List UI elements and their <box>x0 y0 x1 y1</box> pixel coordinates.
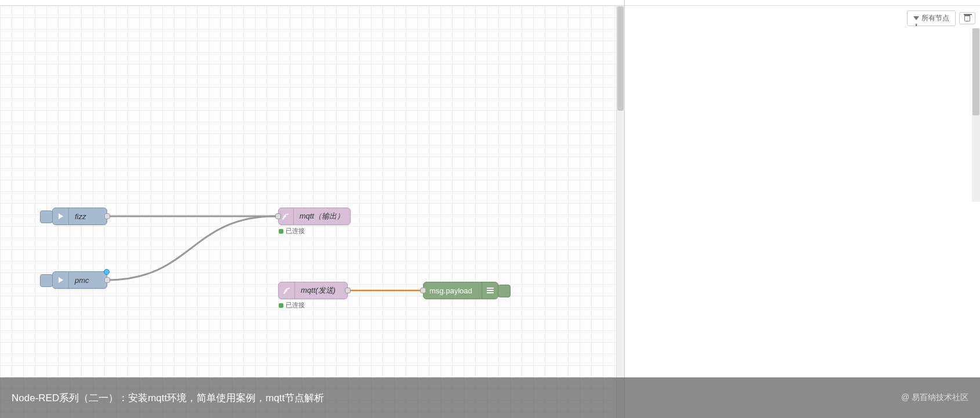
scrollbar-thumb[interactable] <box>972 28 979 115</box>
debug-toggle-button[interactable] <box>498 285 511 297</box>
output-port[interactable] <box>345 288 351 293</box>
node-label: mqtt（输出） <box>294 211 350 221</box>
filter-icon <box>913 16 919 20</box>
input-port[interactable] <box>420 288 426 293</box>
canvas-workspace[interactable]: fizz pmc mqtt（输出） 已连接 <box>0 6 624 418</box>
node-label: pmc <box>69 276 107 285</box>
inject-trigger-button[interactable] <box>40 274 53 287</box>
caption-overlay: Node-RED系列（二一）：安装mqtt环境，简单使用案例，mqtt节点解析 … <box>0 377 980 418</box>
canvas-scrollbar[interactable] <box>616 6 624 418</box>
trash-button[interactable] <box>959 12 975 24</box>
node-label: msg.payload <box>424 286 482 295</box>
watermark-text: @ 易百纳技术社区 <box>901 392 968 403</box>
inject-icon <box>53 272 69 288</box>
sidebar-panel: 所有节点 <box>625 0 980 418</box>
node-inject-pmc[interactable]: pmc <box>52 271 107 289</box>
node-label: mqtt(发送) <box>295 285 347 296</box>
wire-pmc-to-mqtt-out <box>107 216 275 280</box>
node-label: fizz <box>69 212 107 221</box>
status-text: 已连接 <box>286 227 305 235</box>
mqtt-icon <box>279 282 295 299</box>
scrollbar-thumb[interactable] <box>617 6 624 111</box>
node-mqtt-out[interactable]: mqtt（输出） 已连接 <box>278 208 351 225</box>
status-connected-icon <box>279 303 283 308</box>
sidebar-scrollbar[interactable] <box>972 28 980 202</box>
status-connected-icon <box>279 229 283 234</box>
sidebar-header <box>625 0 980 6</box>
output-port[interactable] <box>104 213 110 219</box>
node-status: 已连接 <box>279 301 305 310</box>
status-text: 已连接 <box>286 301 305 310</box>
output-port[interactable] <box>104 277 110 283</box>
node-status: 已连接 <box>279 227 305 235</box>
inject-icon <box>53 208 69 224</box>
inject-trigger-button[interactable] <box>40 210 53 223</box>
unsaved-changes-indicator <box>104 269 110 275</box>
tab-bar[interactable] <box>0 0 624 6</box>
debug-icon <box>482 282 498 299</box>
input-port[interactable] <box>275 213 281 219</box>
filter-all-nodes-button[interactable]: 所有节点 <box>907 10 956 26</box>
trash-icon <box>964 15 970 21</box>
node-debug[interactable]: msg.payload <box>423 282 498 299</box>
flow-canvas[interactable]: fizz pmc mqtt（输出） 已连接 <box>0 0 625 418</box>
sidebar-toolbar: 所有节点 <box>625 6 980 31</box>
caption-text: Node-RED系列（二一）：安装mqtt环境，简单使用案例，mqtt节点解析 <box>12 391 324 405</box>
filter-label: 所有节点 <box>921 13 949 23</box>
node-mqtt-send[interactable]: mqtt(发送) 已连接 <box>278 282 348 299</box>
node-inject-fizz[interactable]: fizz <box>52 208 107 225</box>
